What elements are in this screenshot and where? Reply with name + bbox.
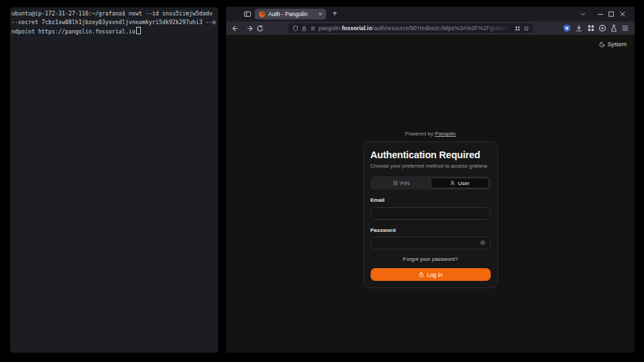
tab-list-chevron-icon[interactable] — [580, 11, 586, 17]
https-lock-icon[interactable] — [301, 25, 307, 32]
extensions-icon[interactable] — [587, 24, 595, 32]
login-button-label: Log in — [427, 272, 442, 278]
tracking-shield-icon[interactable] — [292, 25, 299, 32]
desktop: ubuntu@ip-172-31-27-116:~/grafana$ newt … — [0, 0, 644, 362]
forgot-password-link[interactable]: Forgot your password? — [370, 256, 490, 262]
pangolin-link[interactable]: Pangolin — [435, 131, 455, 137]
terminal-window[interactable]: ubuntu@ip-172-31-27-116:~/grafana$ newt … — [10, 7, 218, 353]
password-field[interactable] — [370, 237, 490, 249]
tab-title: Auth - Pangolin — [268, 11, 316, 17]
email-label: Email — [370, 197, 490, 203]
window-minimize-button[interactable] — [597, 11, 604, 17]
login-lock-icon — [418, 272, 424, 278]
theme-toggle-label: System — [608, 41, 627, 48]
bookmark-star-icon[interactable] — [523, 25, 529, 32]
url-bar[interactable]: pangolin.fossorial.io/auth/resource/90?r… — [288, 23, 533, 33]
theme-toggle-button[interactable]: System — [599, 41, 627, 48]
tab-user[interactable]: User — [431, 178, 490, 188]
email-field[interactable] — [370, 207, 490, 220]
pangolin-favicon-icon — [259, 11, 265, 17]
page-actions-grid-icon[interactable] — [515, 25, 521, 32]
terminal-line: ndpoint https://pangolin.fossorial.io — [11, 27, 217, 36]
user-icon — [450, 180, 455, 186]
terminal-line: ubuntu@ip-172-31-27-116:~/grafana$ newt … — [11, 9, 217, 18]
downloads-icon[interactable] — [575, 24, 583, 32]
auth-subtitle: Choose your preferred method to access g… — [370, 163, 490, 169]
terminal-cursor — [136, 27, 141, 34]
tab-strip: Auth - Pangolin × + — [226, 7, 635, 21]
menu-hamburger-icon[interactable] — [621, 24, 629, 32]
terminal-line: --secret 7cbz1xw08lh1jbzey03yxvndljvneam… — [11, 18, 217, 27]
privacy-circle-extension-icon[interactable] — [598, 24, 606, 32]
firefox-view-icon[interactable] — [244, 10, 252, 18]
auth-card: Authentication Required Choose your pref… — [363, 141, 498, 288]
forward-icon[interactable] — [246, 25, 254, 32]
browser-window: Auth - Pangolin × + — [226, 7, 635, 353]
auth-method-tabs: PIN User — [370, 176, 490, 190]
auth-title: Authentication Required — [370, 149, 490, 160]
tab-pin[interactable]: PIN — [372, 178, 431, 188]
swap-arrows-icon[interactable] — [310, 25, 316, 32]
pin-keypad-icon — [392, 180, 398, 186]
window-maximize-button[interactable] — [608, 11, 614, 17]
reload-icon[interactable] — [256, 25, 264, 32]
page-content: System Powered by Pangolin Authenticatio… — [226, 35, 635, 353]
url-text: pangolin.fossorial.io/auth/resource/90?r… — [319, 25, 512, 32]
back-icon[interactable] — [231, 25, 239, 32]
navigation-toolbar: pangolin.fossorial.io/auth/resource/90?r… — [226, 21, 635, 35]
ublock-extension-icon[interactable] — [563, 24, 571, 32]
new-tab-button[interactable]: + — [329, 9, 340, 19]
password-label: Password — [370, 227, 490, 233]
login-button[interactable]: Log in — [370, 268, 490, 281]
window-close-button[interactable] — [619, 11, 626, 17]
moon-icon — [599, 42, 605, 48]
browser-tab[interactable]: Auth - Pangolin × — [255, 9, 326, 19]
tab-close-icon[interactable]: × — [319, 11, 322, 17]
flask-extension-icon[interactable] — [610, 24, 618, 32]
powered-by: Powered by Pangolin — [226, 131, 635, 137]
show-password-eye-icon[interactable] — [479, 239, 486, 246]
